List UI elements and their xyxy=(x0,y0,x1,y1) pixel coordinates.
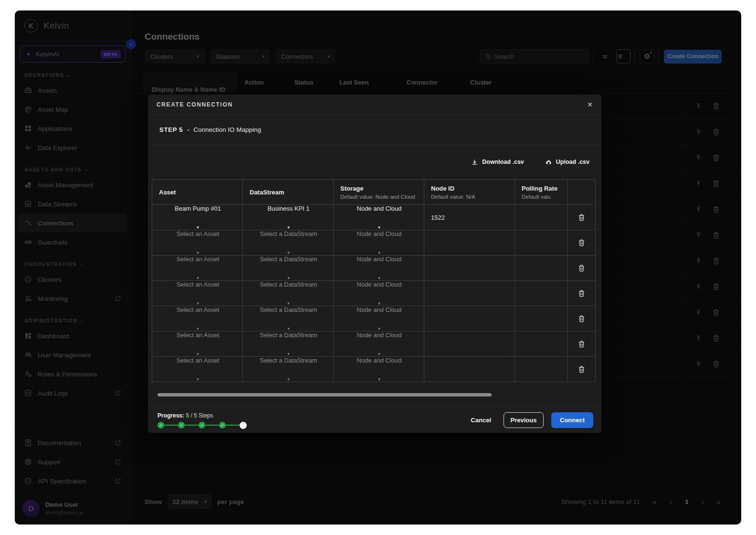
cancel-button[interactable]: Cancel xyxy=(466,417,496,424)
polling-rate-input[interactable] xyxy=(515,256,568,280)
node-id-input[interactable]: 1522 xyxy=(424,205,515,230)
step-connector xyxy=(185,425,199,426)
upload-csv-button[interactable]: Upload .csv xyxy=(545,159,589,166)
polling-rate-input[interactable] xyxy=(515,230,568,255)
check-icon: ✓ xyxy=(220,423,224,428)
step-connector xyxy=(205,425,219,426)
chevron-down-icon: ▾ xyxy=(378,326,380,331)
datastream-select[interactable]: Select a DataStream▾ xyxy=(243,281,334,306)
io-mapping-row: Select an Asset▾Select a DataStream▾Node… xyxy=(152,331,595,356)
check-icon: ✓ xyxy=(200,423,204,428)
trash-icon xyxy=(578,239,585,246)
step-done: ✓ xyxy=(219,422,226,428)
trash-icon xyxy=(578,366,585,373)
polling-rate-input[interactable] xyxy=(515,205,568,230)
delete-row-button[interactable] xyxy=(578,214,585,221)
io-mapping-row: Select an Asset▾Select a DataStream▾Node… xyxy=(152,230,595,255)
storage-select[interactable]: Node and Cloud▾ xyxy=(334,256,424,280)
step-connector xyxy=(226,425,240,426)
node-id-input[interactable] xyxy=(424,281,515,306)
delete-row-button[interactable] xyxy=(578,341,585,348)
chevron-down-icon: ▾ xyxy=(197,377,199,382)
chevron-down-icon: ▾ xyxy=(197,225,199,230)
storage-select[interactable]: Node and Cloud▾ xyxy=(334,281,424,306)
modal-title: CREATE CONNECTION xyxy=(157,101,233,108)
io-col-asset: Asset xyxy=(152,180,243,204)
asset-select[interactable]: Select an Asset▾ xyxy=(152,230,243,255)
step-current xyxy=(240,422,247,429)
asset-select[interactable]: Select an Asset▾ xyxy=(152,357,243,382)
polling-rate-input[interactable] xyxy=(515,357,568,382)
chevron-down-icon: ▾ xyxy=(287,352,290,356)
chevron-down-icon: ▾ xyxy=(197,250,199,255)
chevron-down-icon: ▾ xyxy=(287,225,290,230)
asset-select[interactable]: Beam Pump #01▾ xyxy=(152,205,243,230)
app-window: K Kelvin ✦ KelvinAI BETA OPERATIONS⌄Asse… xyxy=(15,11,741,524)
io-mapping-row: Select an Asset▾Select a DataStream▾Node… xyxy=(152,356,595,382)
trash-icon xyxy=(578,290,585,297)
delete-row-button[interactable] xyxy=(578,290,585,297)
storage-select[interactable]: Node and Cloud▾ xyxy=(334,332,424,356)
close-icon[interactable]: ✕ xyxy=(587,101,593,108)
previous-button[interactable]: Previous xyxy=(504,412,544,428)
chevron-down-icon: ▾ xyxy=(287,301,290,306)
progress-value: 5 / 5 Steps xyxy=(186,412,213,419)
datastream-select[interactable]: Select a DataStream▾ xyxy=(243,230,334,255)
datastream-select[interactable]: Select a DataStream▾ xyxy=(243,332,334,356)
io-mapping-row: Beam Pump #01▾Business KPI 1▾Node and Cl… xyxy=(152,204,595,230)
storage-select[interactable]: Node and Cloud▾ xyxy=(334,230,424,255)
asset-select[interactable]: Select an Asset▾ xyxy=(152,332,243,356)
io-col-polling-rate: Polling RateDefault valu xyxy=(515,180,568,204)
node-id-input[interactable] xyxy=(424,306,515,331)
create-connection-modal: CREATE CONNECTION ✕ STEP 5 • Connection … xyxy=(148,95,601,433)
polling-rate-input[interactable] xyxy=(515,306,568,331)
step-done: ✓ xyxy=(199,422,205,428)
node-id-input[interactable] xyxy=(424,256,515,280)
progress-label: Progress: xyxy=(158,412,184,419)
asset-select[interactable]: Select an Asset▾ xyxy=(152,256,243,280)
chevron-down-icon: ▾ xyxy=(378,250,380,255)
trash-icon xyxy=(578,214,585,221)
node-id-input[interactable] xyxy=(424,357,515,382)
upload-cloud-icon xyxy=(545,159,552,166)
download-icon xyxy=(471,159,478,166)
storage-select[interactable]: Node and Cloud▾ xyxy=(334,205,424,230)
io-mapping-table: AssetDataStreamStorageDefault value: Nod… xyxy=(152,179,596,382)
chevron-down-icon: ▾ xyxy=(197,301,199,306)
horizontal-scrollbar[interactable] xyxy=(158,393,492,396)
chevron-down-icon: ▾ xyxy=(197,276,199,280)
step-done: ✓ xyxy=(178,422,185,428)
polling-rate-input[interactable] xyxy=(515,281,568,306)
check-icon: ✓ xyxy=(159,423,163,428)
chevron-down-icon: ▾ xyxy=(287,250,290,255)
download-csv-button[interactable]: Download .csv xyxy=(471,159,524,166)
chevron-down-icon: ▾ xyxy=(378,225,380,230)
chevron-down-icon: ▾ xyxy=(197,352,199,356)
step-connector xyxy=(164,425,178,426)
connect-button[interactable]: Connect xyxy=(551,412,593,428)
chevron-down-icon: ▾ xyxy=(378,276,380,280)
datastream-select[interactable]: Select a DataStream▾ xyxy=(243,306,334,331)
storage-select[interactable]: Node and Cloud▾ xyxy=(334,357,424,382)
node-id-input[interactable] xyxy=(424,230,515,255)
asset-select[interactable]: Select an Asset▾ xyxy=(152,306,243,331)
check-icon: ✓ xyxy=(179,423,183,428)
storage-select[interactable]: Node and Cloud▾ xyxy=(334,306,424,331)
delete-row-button[interactable] xyxy=(578,315,585,322)
delete-row-button[interactable] xyxy=(578,265,585,272)
io-col-actions xyxy=(568,180,595,204)
datastream-select[interactable]: Select a DataStream▾ xyxy=(243,256,334,280)
chevron-down-icon: ▾ xyxy=(287,276,290,280)
io-col-storage: StorageDefault value: Node and Cloud xyxy=(334,180,424,204)
step-bullet: • xyxy=(187,127,189,133)
datastream-select[interactable]: Select a DataStream▾ xyxy=(243,357,334,382)
step-label: STEP 5 xyxy=(159,126,183,133)
delete-row-button[interactable] xyxy=(578,366,585,373)
delete-row-button[interactable] xyxy=(578,239,585,246)
polling-rate-input[interactable] xyxy=(515,332,568,356)
datastream-select[interactable]: Business KPI 1▾ xyxy=(243,205,334,230)
asset-select[interactable]: Select an Asset▾ xyxy=(152,281,243,306)
progress: Progress: 5 / 5 Steps ✓✓✓✓ xyxy=(158,411,247,429)
node-id-input[interactable] xyxy=(424,332,515,356)
io-mapping-row: Select an Asset▾Select a DataStream▾Node… xyxy=(152,255,595,280)
